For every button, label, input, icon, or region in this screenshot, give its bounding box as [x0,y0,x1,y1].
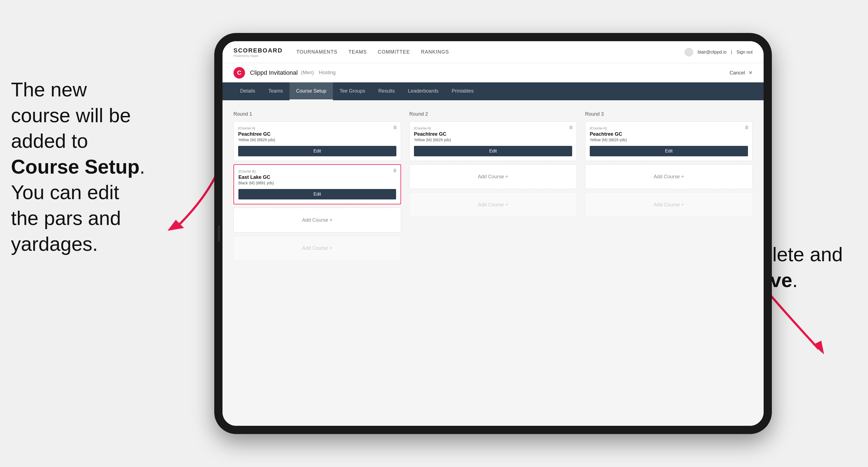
nav-rankings[interactable]: RANKINGS [421,48,449,56]
tab-printables[interactable]: Printables [445,83,480,100]
round-3-title: Round 3 [585,111,753,117]
round-3-course-a-tee: Yellow (M) (6629 yds) [590,137,748,142]
round-1-title: Round 1 [234,111,401,117]
round-1-add-course-button[interactable]: Add Course + [234,208,401,232]
round-2-add-course-2-button: Add Course + [409,192,577,217]
round-2-add-course-button[interactable]: Add Course + [409,164,577,189]
svg-marker-1 [813,341,824,354]
round-1-course-b-tee: Black (M) (6891 yds) [239,181,396,185]
nav-links: TOURNAMENTS TEAMS COMMITTEE RANKINGS [297,48,684,56]
tab-teams[interactable]: Teams [262,83,289,100]
round-2-title: Round 2 [409,111,577,117]
tournament-logo: C [234,67,245,79]
round-1-add-course-2-label: Add Course + [302,245,333,251]
tournament-gender: (Men) [301,70,314,75]
nav-separator: | [731,50,732,55]
top-nav: SCOREBOARD Powered by clippd TOURNAMENTS… [222,41,764,63]
round-2-add-course-2-label: Add Course + [478,202,508,208]
round-1-course-b-label: (Course B) [239,169,396,173]
round-1-course-b-edit-button[interactable]: Edit [239,189,396,199]
main-content: Round 1 🗑 (Course A) Peachtree GC Yellow… [222,100,764,426]
tournament-logo-letter: C [237,69,242,76]
round-3-add-course-label: Add Course + [654,174,684,180]
tournament-name: Clippd Invitational [250,69,298,76]
round-3-course-a-card: 🗑 (Course A) Peachtree GC Yellow (M) (66… [585,121,753,161]
round-1-column: Round 1 🗑 (Course A) Peachtree GC Yellow… [234,111,401,415]
round-1-course-b-name: East Lake GC [239,175,396,180]
round-2-course-a-card: 🗑 (Course A) Peachtree GC Yellow (M) (66… [409,121,577,161]
tablet-frame: SCOREBOARD Powered by clippd TOURNAMENTS… [214,33,772,434]
nav-committee[interactable]: COMMITTEE [378,48,410,56]
round-3-add-course-2-label: Add Course + [654,202,684,208]
round-2-column: Round 2 🗑 (Course A) Peachtree GC Yellow… [409,111,577,415]
round-1-course-a-tee: Yellow (M) (6629 yds) [238,137,396,142]
round-1-course-b-delete-icon[interactable]: 🗑 [393,168,397,173]
brand-name: SCOREBOARD [234,47,283,54]
round-3-add-course-button[interactable]: Add Course + [585,164,753,189]
round-3-column: Round 3 🗑 (Course A) Peachtree GC Yellow… [585,111,753,415]
tab-course-setup[interactable]: Course Setup [289,83,333,100]
tab-details[interactable]: Details [234,83,262,100]
round-2-course-a-delete-icon[interactable]: 🗑 [569,125,573,130]
round-3-course-a-edit-button[interactable]: Edit [590,146,748,156]
sign-out-link[interactable]: Sign out [737,50,753,55]
round-1-add-course-label: Add Course + [302,217,333,223]
user-email: blair@clippd.io [698,50,726,55]
nav-right: blair@clippd.io | Sign out [684,48,753,57]
round-3-add-course-2-button: Add Course + [585,192,753,217]
tablet-screen: SCOREBOARD Powered by clippd TOURNAMENTS… [222,41,764,426]
nav-teams[interactable]: TEAMS [348,48,367,56]
brand-sub: Powered by clippd [234,54,283,57]
tab-tee-groups[interactable]: Tee Groups [333,83,372,100]
rounds-grid: Round 1 🗑 (Course A) Peachtree GC Yellow… [234,111,753,415]
cancel-button[interactable]: Cancel ✕ [730,70,753,76]
round-1-course-a-name: Peachtree GC [238,131,396,137]
round-1-course-b-card: 🗑 (Course B) East Lake GC Black (M) (689… [234,164,401,205]
tournament-status: Hosting [319,70,336,75]
round-1-course-a-edit-button[interactable]: Edit [238,146,396,156]
round-1-add-course-2-button: Add Course + [234,236,401,260]
tab-leaderboards[interactable]: Leaderboards [401,83,445,100]
round-2-course-a-label: (Course A) [414,126,572,130]
round-3-course-a-name: Peachtree GC [590,131,748,137]
round-2-course-a-tee: Yellow (M) (6629 yds) [414,137,572,142]
user-avatar [684,48,693,57]
round-1-course-a-label: (Course A) [238,126,396,130]
cancel-x-icon: ✕ [748,70,753,75]
tabs-bar: Details Teams Course Setup Tee Groups Re… [222,83,764,100]
round-2-course-a-name: Peachtree GC [414,131,572,137]
round-1-course-a-delete-icon[interactable]: 🗑 [393,125,398,130]
round-1-course-a-card: 🗑 (Course A) Peachtree GC Yellow (M) (66… [234,121,401,161]
round-3-course-a-delete-icon[interactable]: 🗑 [745,125,749,130]
tournament-bar: C Clippd Invitational (Men) Hosting Canc… [222,63,764,83]
brand: SCOREBOARD Powered by clippd [234,47,283,57]
tab-results[interactable]: Results [372,83,401,100]
round-3-course-a-label: (Course A) [590,126,748,130]
nav-tournaments[interactable]: TOURNAMENTS [297,48,338,56]
round-2-add-course-label: Add Course + [478,174,508,180]
round-2-course-a-edit-button[interactable]: Edit [414,146,572,156]
